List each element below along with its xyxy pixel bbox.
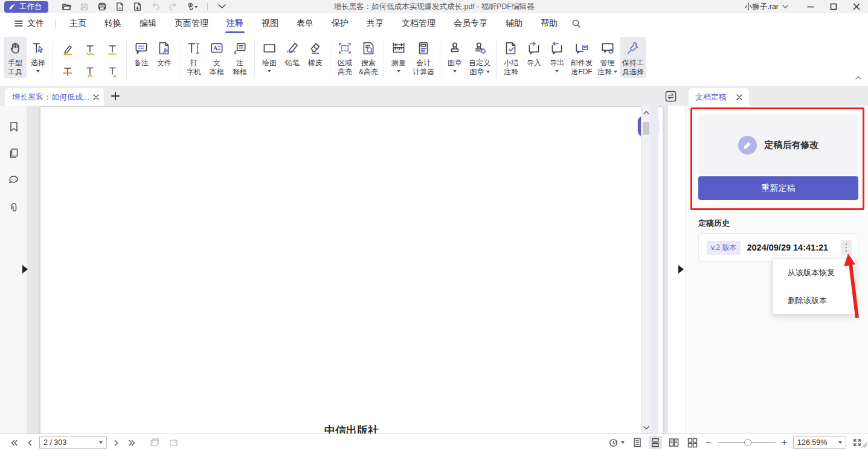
tool-custom-stamp[interactable]: 自定义 图章 [466,37,493,78]
menu-share[interactable]: 共享 [358,13,393,34]
account-menu[interactable]: 小狮子.rar [745,2,788,12]
save-icon[interactable] [80,2,89,11]
menu-doc-management[interactable]: 文档管理 [393,13,445,34]
previous-page-button[interactable] [25,438,34,448]
workspace-button[interactable]: 工作台 [4,1,48,13]
document-view[interactable]: 中信出版社 [27,106,668,433]
first-page-button[interactable] [8,438,20,448]
expand-right-panel-arrow[interactable] [678,265,684,273]
menu-convert[interactable]: 转换 [95,13,130,34]
tool-textbox[interactable]: A 文 本框 [205,37,228,78]
insert-text-tool-icon[interactable] [80,62,100,82]
tool-note[interactable]: 备注 [130,37,153,69]
customize-toolbar-chevron-icon[interactable] [217,4,227,10]
close-button[interactable] [845,0,868,13]
print-icon[interactable] [97,2,107,11]
swap-panel-icon[interactable] [665,91,677,104]
search-icon[interactable] [571,19,581,28]
tool-drawing[interactable]: 绘图 [258,37,281,74]
last-page-button[interactable] [126,438,138,448]
zoom-out-button[interactable]: − [704,438,712,447]
window-resize-grip[interactable] [861,440,867,450]
tool-callout[interactable]: 注 释框 [228,37,251,78]
menu-accessibility[interactable]: 辅助 [497,13,532,34]
minimize-button[interactable] [799,0,822,13]
comments-panel-button[interactable] [0,170,27,190]
hand-pointer-icon[interactable] [187,2,198,11]
replace-text-tool-icon[interactable] [103,62,122,82]
rotate-view-button[interactable] [607,437,626,449]
highlight-tool-icon[interactable] [58,40,77,59]
zoom-in-button[interactable]: + [780,438,788,447]
maximize-button[interactable] [822,0,845,13]
undo-icon[interactable] [150,2,160,11]
vertical-scrollbar[interactable] [641,106,650,433]
menu-item-delete-version[interactable]: 删除该版本 [773,287,855,315]
extract-page-icon[interactable] [115,2,124,11]
tool-pencil[interactable]: 铅笔 [281,37,304,69]
facing-view-button[interactable] [667,436,681,449]
scrollbar-thumb[interactable] [643,122,649,135]
tool-export-comments[interactable]: 导出 [545,37,568,74]
tool-search-highlight[interactable]: 搜索 &高亮 [356,37,381,78]
menu-home[interactable]: 主页 [60,13,95,34]
zoom-slider[interactable] [718,438,776,447]
zoom-level-input[interactable]: 126.59% [793,437,846,449]
open-folder-icon[interactable] [62,2,71,11]
continuous-view-button[interactable] [649,436,662,449]
document-tab[interactable]: 增长黑客：如何低成... [5,88,104,106]
next-page-button[interactable] [112,438,121,448]
scroll-up-icon[interactable] [641,110,651,115]
page-number-input[interactable]: 2 / 303 [39,437,107,449]
tool-typewriter[interactable]: 打 字机 [182,37,205,78]
tool-file-attachment[interactable]: 文件 [153,37,176,69]
menu-view[interactable]: 视图 [252,13,288,34]
menu-comment[interactable]: 注释 [217,13,252,34]
quad-view-button[interactable] [686,436,699,449]
tool-stamp[interactable]: 图章 [443,37,466,74]
attachments-panel-button[interactable] [0,197,27,218]
underline-tool-icon[interactable] [103,40,122,59]
menu-protect[interactable]: 保护 [323,13,358,34]
divider [179,40,179,78]
tool-hand[interactable]: 手型 工具 [4,37,27,78]
close-tab-icon[interactable] [93,94,99,100]
file-menu[interactable]: 文件 [8,18,50,29]
collapse-toolbar-icon[interactable] [855,72,862,83]
zoom-slider-handle[interactable] [744,439,751,446]
menu-edit[interactable]: 编辑 [130,13,166,34]
close-panel-icon[interactable] [736,94,742,100]
menu-form[interactable]: 表单 [288,13,323,34]
bookmarks-panel-button[interactable] [0,117,27,137]
tool-keep-tool-selected[interactable]: 保持工 具选择 [620,37,646,78]
new-tab-icon[interactable] [111,92,120,103]
tool-accounting-calculator[interactable]: 会计 计算器 [410,37,437,78]
previous-view-button[interactable] [148,437,161,449]
tool-email-fdf[interactable]: 邮件发 送FDF [568,37,595,78]
version-more-options-button[interactable] [841,240,852,255]
redo-icon[interactable] [169,2,178,11]
tool-area-highlight[interactable]: 区域 高亮 [333,37,356,78]
expand-left-panel-arrow[interactable] [22,265,28,273]
tool-import-comments[interactable]: 导入 [522,37,545,69]
tool-eraser[interactable]: 橡皮 [304,37,327,69]
tool-measure[interactable]: 测量 [387,37,410,74]
pages-panel-button[interactable] [0,143,27,164]
tool-select[interactable]: 选择 [27,37,50,74]
strikeout-tool-icon[interactable] [58,62,77,82]
menu-item-restore-version[interactable]: 从该版本恢复 [773,259,855,287]
menu-help[interactable]: 帮助 [532,13,567,34]
single-page-view-button[interactable] [631,436,644,449]
dropdown-caret [99,441,103,444]
insert-page-icon[interactable] [133,2,142,11]
refinalize-button[interactable]: 重新定稿 [698,176,858,200]
tool-summarize-comments[interactable]: 小结 注释 [500,37,522,78]
next-view-button[interactable] [167,437,180,449]
scroll-down-icon[interactable] [641,426,651,430]
squiggly-underline-tool-icon[interactable] [80,40,100,59]
finalize-history-heading: 定稿历史 [698,218,730,229]
menu-member-exclusive[interactable]: 会员专享 [445,13,497,34]
panel-tab-finalize[interactable]: 文档定稿 [689,88,749,106]
menu-page-management[interactable]: 页面管理 [166,13,217,34]
tool-manage-comments[interactable]: 管理 注释 [595,37,620,78]
